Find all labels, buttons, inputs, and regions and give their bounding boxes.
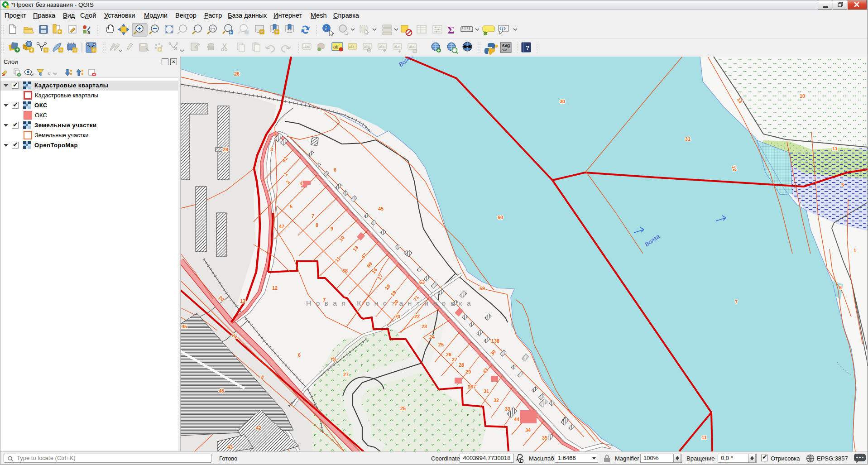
- svg-text:11: 11: [832, 146, 838, 151]
- svg-text:29: 29: [465, 369, 471, 374]
- svg-text:6: 6: [334, 167, 336, 173]
- svg-text:63: 63: [419, 279, 425, 285]
- svg-text:5: 5: [841, 182, 844, 187]
- svg-text:11: 11: [701, 435, 707, 440]
- svg-text:35: 35: [542, 435, 547, 441]
- svg-text:Σ: Σ: [447, 24, 455, 36]
- svg-text:ε: ε: [48, 69, 51, 76]
- svg-text:7: 7: [312, 213, 314, 219]
- svg-text:7: 7: [323, 297, 326, 303]
- svg-text:28: 28: [223, 147, 228, 152]
- svg-text:ab: ab: [349, 44, 354, 49]
- svg-text:1: 1: [854, 248, 856, 253]
- svg-text:31: 31: [484, 388, 489, 394]
- svg-text:31: 31: [685, 136, 691, 142]
- svg-text:<>: <>: [502, 48, 507, 52]
- svg-text:6: 6: [298, 352, 301, 358]
- svg-text:abc: abc: [394, 44, 401, 49]
- svg-text:70: 70: [395, 314, 400, 319]
- svg-text:46: 46: [219, 388, 224, 393]
- svg-text:34: 34: [525, 427, 531, 433]
- svg-text:26: 26: [234, 71, 240, 77]
- svg-text:Новая Константиновка: Новая Константиновка: [306, 299, 475, 307]
- svg-text:23: 23: [422, 324, 427, 329]
- svg-text:28: 28: [459, 362, 464, 368]
- svg-text:5: 5: [290, 204, 293, 209]
- svg-text:138: 138: [491, 338, 499, 344]
- svg-text:6: 6: [839, 285, 842, 290]
- svg-text:59: 59: [480, 286, 485, 291]
- svg-text:43: 43: [227, 444, 233, 450]
- svg-text:10: 10: [800, 93, 805, 99]
- svg-text:13: 13: [240, 298, 245, 304]
- svg-text:367: 367: [468, 384, 476, 389]
- svg-text:44: 44: [514, 417, 520, 422]
- svg-text:abc: abc: [303, 44, 310, 49]
- svg-text:32: 32: [494, 398, 499, 403]
- svg-text:26: 26: [446, 352, 451, 357]
- svg-text:68: 68: [342, 268, 348, 273]
- svg-text:7: 7: [735, 299, 738, 305]
- svg-text:abc: abc: [364, 44, 371, 49]
- svg-text:27: 27: [343, 372, 349, 377]
- svg-text:abc: abc: [379, 44, 386, 49]
- svg-text:a: a: [87, 29, 91, 35]
- svg-text:45: 45: [378, 206, 384, 211]
- svg-text:12: 12: [272, 285, 278, 291]
- svg-text:4: 4: [300, 181, 303, 186]
- svg-text:24: 24: [429, 334, 435, 340]
- svg-text:25: 25: [438, 342, 444, 347]
- svg-text:3: 3: [270, 147, 273, 152]
- svg-text:9: 9: [331, 226, 333, 231]
- svg-text:33: 33: [505, 406, 510, 412]
- svg-text:25: 25: [400, 406, 406, 411]
- svg-text:8: 8: [316, 222, 318, 228]
- svg-text:22: 22: [414, 314, 420, 319]
- svg-text:27: 27: [452, 357, 457, 362]
- svg-text:47: 47: [279, 224, 284, 229]
- svg-text:abc: abc: [409, 44, 416, 49]
- svg-text:60: 60: [498, 215, 503, 220]
- svg-text:1:1: 1:1: [210, 27, 216, 31]
- svg-text:ab: ab: [333, 44, 339, 49]
- svg-text:42: 42: [256, 425, 261, 431]
- svg-text:30: 30: [560, 99, 565, 104]
- svg-text:?: ?: [526, 44, 529, 51]
- svg-text:45: 45: [182, 324, 187, 329]
